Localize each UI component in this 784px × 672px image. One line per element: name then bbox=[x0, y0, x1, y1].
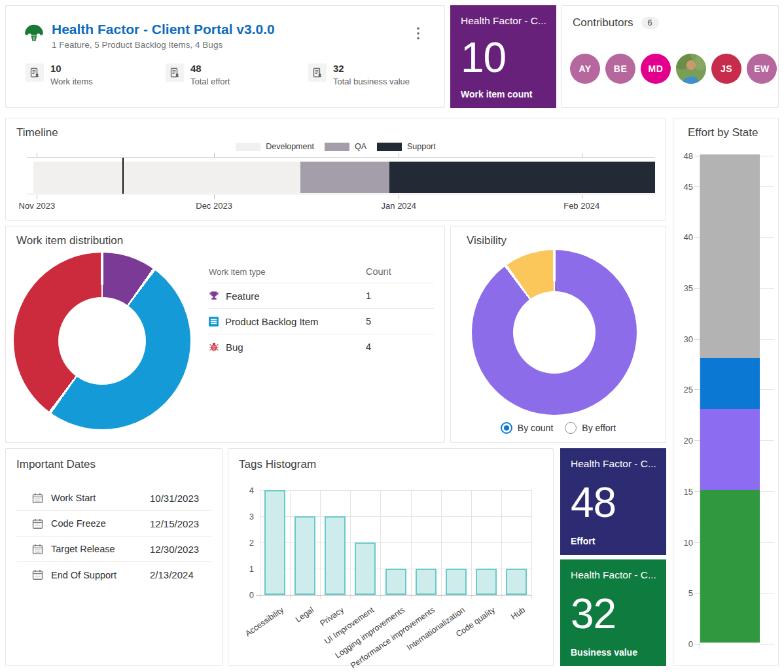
gridline bbox=[350, 490, 351, 599]
avatar[interactable]: JS bbox=[711, 54, 741, 84]
calendar-icon bbox=[32, 544, 43, 555]
row-label: Bug bbox=[226, 342, 243, 353]
gridline bbox=[760, 593, 774, 593]
date-row-target-release: Target Release 12/30/2023 bbox=[16, 537, 211, 562]
contributors-avatars: AY BE MD JS EW bbox=[570, 54, 777, 84]
avatar[interactable]: MD bbox=[641, 54, 671, 84]
gridline bbox=[760, 339, 774, 340]
stat-label: Total effort bbox=[190, 77, 230, 86]
stat-total-business-value: 32 Total business value bbox=[308, 63, 410, 86]
contributors-card: Contributors 6 AY BE MD bbox=[561, 5, 779, 108]
contributors-count-badge: 6 bbox=[641, 17, 659, 29]
gridline bbox=[760, 389, 774, 390]
axis-month-label: Dec 2023 bbox=[196, 201, 232, 211]
x-tick-label: Legal bbox=[294, 605, 315, 624]
bar-hub bbox=[506, 569, 527, 595]
axis-tick bbox=[214, 195, 215, 199]
dashboard: Health Factor - Client Portal v3.0.0 1 F… bbox=[0, 0, 784, 672]
y-tick-label: 5 bbox=[675, 588, 693, 598]
visibility-card: Visibility By count By effort bbox=[450, 226, 666, 443]
timeline-phase-support bbox=[389, 162, 655, 193]
y-tick-label: 2 bbox=[241, 538, 254, 548]
axis-month-label: Jan 2024 bbox=[382, 201, 417, 211]
table-row-product-backlog-item: Product Backlog Item 5 bbox=[209, 308, 434, 334]
gridline bbox=[694, 237, 700, 238]
gridline bbox=[694, 542, 700, 543]
axis-tick bbox=[582, 153, 582, 157]
effort-by-state-chart: 05101520253035404548 bbox=[673, 118, 778, 665]
stack-segment-0 bbox=[700, 490, 760, 643]
timeline-phase-qa bbox=[300, 162, 389, 193]
calendar-icon bbox=[32, 518, 43, 529]
gridline bbox=[694, 156, 700, 156]
tile-work-item-count: Health Factor - C... 10 Work item count bbox=[450, 5, 556, 108]
legend-item: QA bbox=[325, 142, 366, 151]
gridline bbox=[760, 644, 774, 645]
avatar[interactable]: BE bbox=[605, 54, 635, 84]
legend-swatch bbox=[377, 143, 402, 151]
y-tick-label: 3 bbox=[241, 512, 254, 522]
legend-swatch bbox=[325, 143, 349, 151]
stat-value: 48 bbox=[190, 63, 230, 75]
gridline bbox=[441, 490, 442, 599]
axis-tick bbox=[214, 153, 215, 157]
work-item-icon bbox=[308, 63, 327, 82]
radio-by-effort[interactable]: By effort bbox=[565, 422, 616, 434]
more-options-button[interactable] bbox=[409, 24, 427, 43]
gridline bbox=[290, 490, 291, 599]
bar-performance-improvements bbox=[416, 569, 437, 595]
timeline-title: Timeline bbox=[16, 126, 58, 139]
gridline bbox=[760, 440, 774, 441]
work-item-distribution-card: Work item distribution Work item type Co… bbox=[5, 226, 445, 443]
today-marker bbox=[122, 158, 124, 194]
dates-list: Work Start 10/31/2023 Code Freeze 12/15/… bbox=[16, 486, 211, 588]
important-dates-title: Important Dates bbox=[16, 458, 96, 471]
gridline bbox=[411, 490, 412, 599]
timeline-bar bbox=[27, 162, 655, 193]
work-item-distribution-donut bbox=[14, 253, 190, 429]
y-tick-label: 4 bbox=[241, 486, 254, 495]
tags-histogram-chart: 01234AccessibilityLegalPrivacyUI Improve… bbox=[260, 490, 531, 595]
row-label: Feature bbox=[226, 291, 260, 302]
gridline bbox=[694, 339, 700, 340]
bug-icon bbox=[209, 342, 219, 352]
important-dates-card: Important Dates Work Start 10/31/2023 Co… bbox=[5, 448, 223, 666]
bar-code-quality bbox=[476, 569, 497, 595]
x-axis-line bbox=[256, 595, 531, 595]
gridline bbox=[694, 186, 700, 187]
work-item-icon bbox=[26, 63, 44, 82]
column-header-type: Work item type bbox=[209, 267, 366, 277]
stat-label: Work items bbox=[50, 77, 93, 86]
gridline bbox=[531, 490, 532, 599]
timeline-phase-development bbox=[33, 162, 300, 193]
gridline bbox=[760, 491, 774, 492]
tile-value: 10 bbox=[461, 38, 546, 78]
table-row-bug: Bug 4 bbox=[209, 334, 434, 359]
gridline bbox=[694, 593, 700, 593]
axis-tick bbox=[582, 195, 582, 199]
date-row-code-freeze: Code Freeze 12/15/2023 bbox=[16, 511, 211, 537]
effort-by-state-card: Effort by State 05101520253035404548 bbox=[673, 118, 779, 666]
tile-title: Health Factor - C... bbox=[571, 569, 656, 581]
tags-histogram-card: Tags Histogram 01234AccessibilityLegalPr… bbox=[228, 448, 554, 666]
stack-segment-2 bbox=[700, 358, 760, 409]
avatar[interactable]: EW bbox=[747, 54, 777, 84]
row-count: 1 bbox=[366, 291, 434, 301]
donut-hole bbox=[513, 291, 596, 374]
avatar-photo[interactable] bbox=[676, 54, 706, 84]
y-tick-label: 0 bbox=[241, 590, 254, 600]
gridline bbox=[694, 389, 700, 390]
calendar-icon bbox=[32, 569, 43, 580]
donut-hole bbox=[58, 297, 146, 385]
tile-title: Health Factor - C... bbox=[571, 458, 656, 470]
y-tick-label: 10 bbox=[675, 537, 693, 547]
release-balloon-icon bbox=[23, 23, 45, 45]
radio-by-count[interactable]: By count bbox=[501, 422, 553, 434]
avatar[interactable]: AY bbox=[570, 54, 600, 84]
axis-tick bbox=[399, 153, 399, 157]
visibility-mode-radios: By count By effort bbox=[451, 422, 666, 434]
row-label: Product Backlog Item bbox=[225, 316, 319, 327]
tile-effort: Health Factor - C... 48 Effort bbox=[560, 448, 666, 555]
profile-photo bbox=[676, 54, 706, 84]
gridline bbox=[694, 288, 700, 289]
